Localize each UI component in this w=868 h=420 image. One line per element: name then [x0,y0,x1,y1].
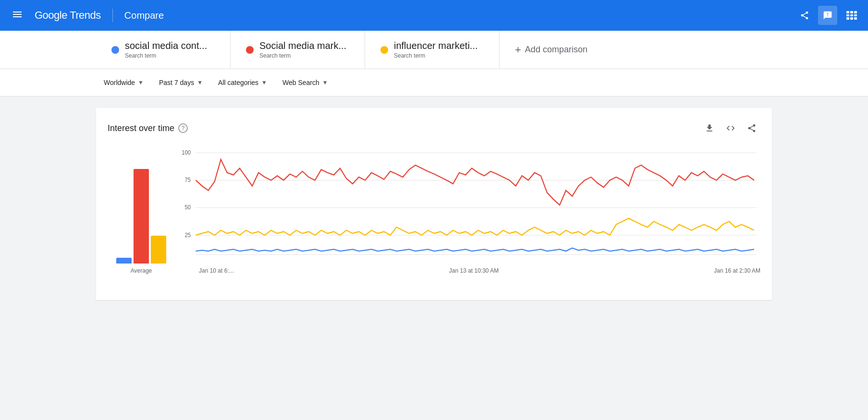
search-term-item-3[interactable]: influencer marketi... Search term [365,31,500,69]
term2-text: Social media mark... Search term [259,40,346,59]
svg-text:25: 25 [185,231,191,238]
app-logo: Google Trends [35,9,101,22]
term3-type: Search term [394,52,478,59]
search-type-filter[interactable]: Web Search ▼ [275,75,336,90]
x-axis-labels: Jan 10 at 6:... Jan 13 at 10:30 AM Jan 1… [175,265,760,274]
term2-type: Search term [259,52,346,59]
term1-type: Search term [125,52,207,59]
add-comparison-button[interactable]: + Add comparison [500,31,603,69]
category-arrow-icon: ▼ [261,79,267,86]
term2-name: Social media mark... [259,40,346,51]
chart-title: Interest over time [108,123,174,133]
main-content: Interest over time ? [0,96,868,312]
line-chart-container: 100 75 50 25 Jan 10 at 6:... Jan 13 at 1… [175,148,760,288]
svg-text:100: 100 [182,149,191,156]
chart-area: Average 100 75 50 25 [108,148,760,288]
search-type-arrow-icon: ▼ [322,79,328,86]
search-type-label: Web Search [282,79,319,86]
embed-icon[interactable] [722,120,739,137]
location-arrow-icon: ▼ [138,79,144,86]
x-label-2: Jan 13 at 10:30 AM [449,267,499,274]
location-filter[interactable]: Worldwide ▼ [96,75,151,90]
menu-icon[interactable] [8,5,27,26]
add-icon: + [515,44,521,56]
share-chart-icon[interactable] [743,120,760,137]
bar-term2 [134,169,149,264]
term1-text: social media cont... Search term [125,40,207,59]
interest-over-time-card: Interest over time ? [96,108,772,300]
bar-term1 [116,258,132,264]
share-icon[interactable] [795,6,814,25]
svg-text:75: 75 [185,177,191,183]
term3-name: influencer marketi... [394,40,478,51]
apps-icon[interactable] [841,6,860,25]
term3-dot [380,46,388,54]
svg-text:50: 50 [185,204,191,210]
app-header: Google Trends Compare [0,0,868,31]
time-range-label: Past 7 days [159,79,194,86]
filters-bar: Worldwide ▼ Past 7 days ▼ All categories… [0,69,868,96]
search-terms-bar: social media cont... Search term Social … [0,31,868,69]
time-range-filter[interactable]: Past 7 days ▼ [151,75,210,90]
category-label: All categories [218,79,258,86]
add-comparison-label: Add comparison [525,45,587,55]
header-divider [112,9,113,22]
chart-actions [701,120,760,137]
feedback-icon[interactable] [818,6,837,25]
help-icon[interactable]: ? [178,123,188,133]
category-filter[interactable]: All categories ▼ [210,75,275,90]
search-term-item-2[interactable]: Social media mark... Search term [231,31,365,69]
page-title: Compare [124,10,164,21]
x-label-3: Jan 16 at 2:30 AM [714,267,760,274]
x-label-1: Jan 10 at 6:... [199,267,234,274]
time-range-arrow-icon: ▼ [197,79,203,86]
chart-title-group: Interest over time ? [108,123,188,133]
bar-chart-area: Average [108,148,175,288]
line-chart-svg: 100 75 50 25 [175,148,760,264]
term1-dot [111,46,119,54]
average-label: Average [131,267,152,274]
header-actions [795,6,860,25]
term2-dot [246,46,254,54]
term1-name: social media cont... [125,40,207,51]
search-term-item-1[interactable]: social media cont... Search term [96,31,231,69]
chart-header: Interest over time ? [108,120,760,137]
term3-text: influencer marketi... Search term [394,40,478,59]
location-label: Worldwide [104,79,135,86]
download-icon[interactable] [701,120,718,137]
bar-term3 [151,236,166,264]
bars-container [116,148,166,264]
